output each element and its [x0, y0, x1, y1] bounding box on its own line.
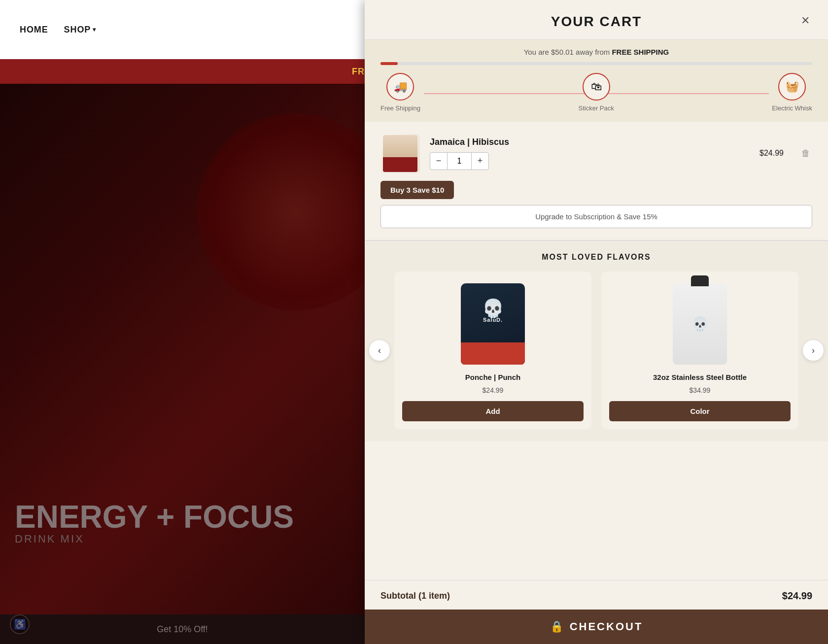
milestone-whisk-icon: 🧺 — [778, 73, 806, 101]
flavor-1-image: 💀 SaluD. — [453, 279, 532, 368]
cart-item-section: Jamaica | Hibiscus − 1 + $24.99 🗑 Buy 3 … — [365, 122, 828, 240]
milestone-shipping-icon: 🚚 — [386, 73, 414, 101]
checkout-label: CHECKOUT — [570, 620, 643, 633]
cart-item-row: Jamaica | Hibiscus − 1 + $24.99 🗑 — [380, 134, 812, 173]
cart-footer: Subtotal (1 item) $24.99 🔒 CHECKOUT — [365, 580, 828, 644]
quantity-display: 1 — [448, 152, 471, 170]
flavor-bottle-skull-icon: 💀 — [691, 316, 709, 332]
cart-body: Jamaica | Hibiscus − 1 + $24.99 🗑 Buy 3 … — [365, 122, 828, 580]
flavor-card-2: 💀 32oz Stainless Steel Bottle $34.99 Col… — [601, 271, 798, 429]
flavor-skull-icon: 💀 — [482, 298, 504, 319]
cart-header: YOUR CART ✕ — [365, 0, 828, 40]
nav-shop[interactable]: SHOP ▾ — [64, 25, 97, 35]
flavor-2-image: 💀 — [660, 279, 739, 368]
milestone-row: 🚚 Free Shipping 🛍 Sticker Pack 🧺 Electri… — [365, 65, 828, 122]
flavors-carousel: ‹ 💀 SaluD. Ponche | Punch $24.99 Add — [365, 271, 828, 429]
most-loved-section: MOST LOVED FLAVORS ‹ 💀 SaluD. Ponche | P… — [365, 240, 828, 441]
carousel-next-button[interactable]: › — [802, 339, 824, 361]
cart-item-info: Jamaica | Hibiscus − 1 + — [430, 137, 750, 170]
shipping-progress-text: You are $50.01 away from FREE SHIPPING — [380, 48, 812, 56]
checkout-lock-icon: 🔒 — [550, 620, 565, 633]
flavor-2-price: $34.99 — [690, 386, 711, 394]
quantity-increase-button[interactable]: + — [471, 152, 489, 170]
flavor-1-name: Ponche | Punch — [465, 373, 521, 381]
milestone-sticker-pack: 🛍 Sticker Pack — [579, 73, 614, 112]
cart-panel: YOUR CART ✕ You are $50.01 away from FRE… — [365, 0, 828, 644]
nav-home[interactable]: HOME — [20, 25, 48, 35]
flavor-1-price: $24.99 — [483, 386, 504, 394]
checkout-button[interactable]: 🔒 CHECKOUT — [365, 610, 828, 644]
cart-item-price: $24.99 — [759, 149, 784, 158]
subtotal-amount: $24.99 — [782, 590, 812, 602]
milestone-electric-whisk: 🧺 Electric Whisk — [772, 73, 812, 112]
flavor-logo: SaluD. — [483, 317, 503, 323]
cart-item-image-inner — [383, 135, 417, 172]
cart-item-name: Jamaica | Hibiscus — [430, 137, 750, 147]
milestone-sticker-icon: 🛍 — [583, 73, 610, 101]
flavor-card-1: 💀 SaluD. Ponche | Punch $24.99 Add — [394, 271, 591, 429]
milestone-whisk-label: Electric Whisk — [772, 104, 812, 112]
milestone-free-shipping: 🚚 Free Shipping — [380, 73, 420, 112]
milestone-shipping-label: Free Shipping — [380, 104, 420, 112]
subtotal-row: Subtotal (1 item) $24.99 — [365, 580, 828, 610]
cart-close-button[interactable]: ✕ — [796, 12, 814, 30]
flavor-bag-red-strip — [461, 342, 525, 365]
most-loved-title: MOST LOVED FLAVORS — [365, 253, 828, 262]
shipping-progress-section: You are $50.01 away from FREE SHIPPING — [365, 40, 828, 65]
subtotal-label: Subtotal (1 item) — [380, 591, 450, 601]
milestone-sticker-label: Sticker Pack — [579, 104, 614, 112]
nav-shop-caret: ▾ — [93, 26, 96, 33]
cart-title: YOUR CART — [551, 14, 642, 30]
flavor-bag-1: 💀 SaluD. — [461, 283, 525, 365]
cart-item-quantity-control: − 1 + — [430, 152, 750, 170]
flavor-2-add-button[interactable]: Color — [609, 401, 791, 421]
flavor-2-name: 32oz Stainless Steel Bottle — [653, 373, 747, 381]
site-nav: HOME SHOP ▾ — [20, 25, 96, 35]
flavor-1-add-button[interactable]: Add — [402, 401, 584, 421]
subscription-upgrade-button[interactable]: Upgrade to Subscription & Save 15% — [380, 205, 812, 228]
nav-shop-label: SHOP — [64, 25, 91, 35]
flavor-bottle-2: 💀 — [673, 283, 727, 365]
carousel-prev-button[interactable]: ‹ — [369, 339, 390, 361]
quantity-decrease-button[interactable]: − — [430, 152, 448, 170]
cart-item-delete-button[interactable]: 🗑 — [799, 146, 812, 161]
cart-item-image — [380, 134, 420, 173]
buy-3-save-button[interactable]: Buy 3 Save $10 — [380, 181, 454, 199]
